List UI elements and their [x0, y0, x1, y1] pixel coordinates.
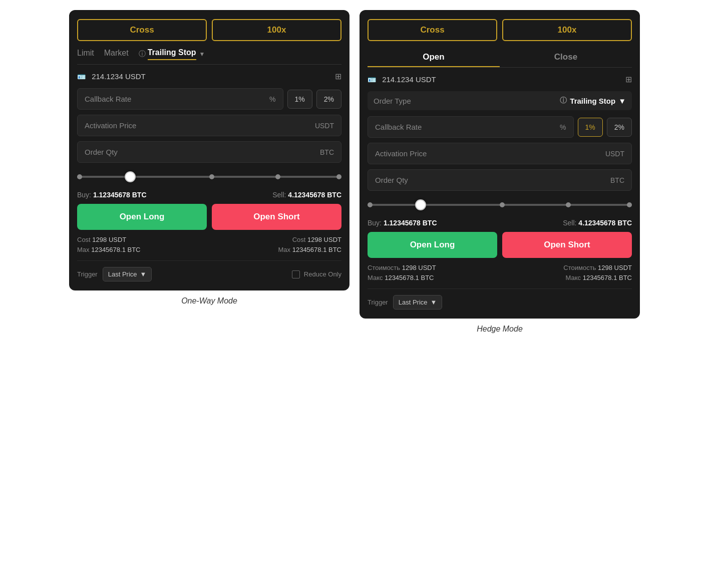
right-slider-thumb[interactable] [415, 199, 426, 210]
right-top-row: Cross 100x [368, 19, 632, 41]
left-buy-value: 1.12345678 BTC [93, 191, 147, 199]
right-cost-buy-label: Стоимость [368, 264, 400, 271]
right-callback-placeholder: Callback Rate [375, 123, 422, 131]
panels-container: Cross 100x Limit Market ⓘ Trailing Stop … [69, 10, 640, 334]
left-sell-info: Sell: 4.12345678 BTC [272, 191, 341, 199]
left-qty-placeholder: Order Qty [85, 148, 118, 156]
left-open-short-button[interactable]: Open Short [212, 204, 341, 230]
right-buy-value: 1.12345678 BTC [384, 219, 437, 227]
right-cost-row: Стоимость 1298 USDT Стоимость 1298 USDT [368, 264, 632, 271]
left-buy-label: Buy: [77, 191, 91, 199]
left-activation-placeholder: Activation Price [85, 121, 136, 130]
left-trigger-chevron-icon: ▼ [140, 270, 147, 278]
left-order-type-tabs: Limit Market ⓘ Trailing Stop ▼ [77, 48, 341, 65]
left-callback-btn-1[interactable]: 1% [287, 90, 312, 109]
right-max-sell-label: Макс [566, 274, 581, 281]
right-calculator-icon[interactable]: ⊞ [625, 75, 632, 84]
right-cross-button[interactable]: Cross [368, 19, 497, 41]
right-trigger-select[interactable]: Last Price ▼ [393, 295, 443, 310]
tab-trailing-stop-group: ⓘ Trailing Stop ▼ [139, 48, 205, 60]
right-cost-buy: Стоимость 1298 USDT [368, 264, 436, 271]
left-callback-placeholder: Callback Rate [85, 95, 131, 103]
left-max-buy-value: 12345678.1 BTC [91, 246, 140, 253]
left-max-buy-label: Max [77, 246, 90, 253]
right-order-type-chevron-icon: ▼ [618, 97, 626, 105]
right-callback-btn-2[interactable]: 2% [607, 118, 632, 137]
right-panel-label: Hedge Mode [477, 325, 523, 334]
right-trigger-value: Last Price [399, 299, 428, 306]
right-sell-label: Sell: [563, 219, 576, 227]
right-card-icon: 🪪 [368, 76, 376, 84]
slider-thumb[interactable] [125, 171, 136, 182]
left-callback-btn-2[interactable]: 2% [316, 90, 341, 109]
right-cost-sell: Стоимость 1298 USDT [563, 264, 632, 271]
right-activation-placeholder: Activation Price [375, 149, 427, 158]
right-balance-left: 🪪 214.1234 USDT [368, 75, 436, 84]
right-max-row: Макс 12345678.1 BTC Макс 12345678.1 BTC [368, 274, 632, 281]
left-trigger-row: Trigger Last Price ▼ Reduce Only [77, 260, 341, 281]
right-bs-row: Buy: 1.12345678 BTC Sell: 4.12345678 BTC [368, 219, 632, 227]
right-max-buy-value: 12345678.1 BTC [385, 274, 434, 281]
right-slider-track [368, 204, 632, 206]
right-slider[interactable] [368, 198, 632, 212]
left-cost-buy-value: 1298 USDT [92, 236, 126, 243]
right-callback-suffix: % [560, 123, 566, 131]
tab-trailing-stop[interactable]: Trailing Stop [148, 48, 196, 60]
left-order-qty[interactable]: Order Qty BTC [77, 141, 341, 163]
right-open-close-tabs: Open Close [368, 48, 632, 68]
left-activation-suffix: USDT [315, 122, 334, 130]
right-open-long-button[interactable]: Open Long [368, 232, 497, 258]
left-cost-sell-label: Cost [292, 236, 306, 243]
right-leverage-button[interactable]: 100x [502, 19, 632, 41]
right-action-row: Open Long Open Short [368, 232, 632, 258]
left-balance-row: 🪪 214.1234 USDT ⊞ [77, 72, 341, 81]
right-open-short-button[interactable]: Open Short [502, 232, 632, 258]
right-trigger-chevron-icon: ▼ [431, 299, 437, 306]
tab-open[interactable]: Open [368, 48, 500, 67]
left-qty-suffix: BTC [320, 148, 334, 156]
right-callback-input[interactable]: Callback Rate % [368, 116, 574, 138]
left-trigger-value: Last Price [108, 270, 137, 278]
tab-limit[interactable]: Limit [77, 49, 94, 60]
left-balance-value: 214.1234 USDT [92, 72, 146, 81]
right-max-buy: Макс 12345678.1 BTC [368, 274, 434, 281]
left-leverage-button[interactable]: 100x [212, 19, 341, 41]
card-icon: 🪪 [77, 73, 86, 81]
left-cross-button[interactable]: Cross [77, 19, 207, 41]
left-open-long-button[interactable]: Open Long [77, 204, 207, 230]
tab-market[interactable]: Market [104, 49, 129, 60]
right-max-sell-value: 12345678.1 BTC [583, 274, 632, 281]
left-trigger-select[interactable]: Last Price ▼ [103, 267, 152, 281]
right-order-type-value-group[interactable]: ⓘ Trailing Stop ▼ [560, 96, 626, 105]
right-activation-suffix: USDT [605, 150, 624, 158]
right-callback-btn-1[interactable]: 1% [578, 118, 603, 137]
left-cost-sell-value: 1298 USDT [307, 236, 341, 243]
left-callback-suffix: % [269, 95, 275, 103]
calculator-icon[interactable]: ⊞ [335, 72, 341, 81]
right-sell-value: 4.12345678 BTC [578, 219, 632, 227]
left-trigger-label: Trigger [77, 270, 98, 278]
right-max-buy-label: Макс [368, 274, 383, 281]
right-max-sell: Макс 12345678.1 BTC [566, 274, 632, 281]
tab-close[interactable]: Close [500, 48, 632, 67]
slider-dot-0 [77, 174, 82, 179]
left-max-sell-label: Max [278, 246, 291, 253]
right-activation-price[interactable]: Activation Price USDT [368, 143, 632, 164]
left-reduce-only-checkbox[interactable] [292, 270, 300, 278]
right-balance-value: 214.1234 USDT [382, 75, 436, 84]
left-activation-price[interactable]: Activation Price USDT [77, 115, 341, 136]
left-cost-buy-label: Cost [77, 236, 91, 243]
left-reduce-only-label: Reduce Only [304, 270, 341, 278]
right-qty-suffix: BTC [610, 176, 624, 184]
right-sell-info: Sell: 4.12345678 BTC [563, 219, 632, 227]
right-panel: Cross 100x Open Close 🪪 214.1234 USDT ⊞ … [360, 10, 640, 319]
right-order-qty[interactable]: Order Qty BTC [368, 169, 632, 191]
left-bs-row: Buy: 1.12345678 BTC Sell: 4.12345678 BTC [77, 191, 341, 199]
left-slider[interactable] [77, 170, 341, 184]
slider-dot-50 [209, 174, 214, 179]
left-callback-row: Callback Rate % 1% 2% [77, 88, 341, 110]
left-callback-input[interactable]: Callback Rate % [77, 88, 283, 110]
right-qty-placeholder: Order Qty [375, 176, 408, 184]
left-panel-label: One-Way Mode [181, 297, 237, 306]
right-trigger-row: Trigger Last Price ▼ [368, 288, 632, 310]
